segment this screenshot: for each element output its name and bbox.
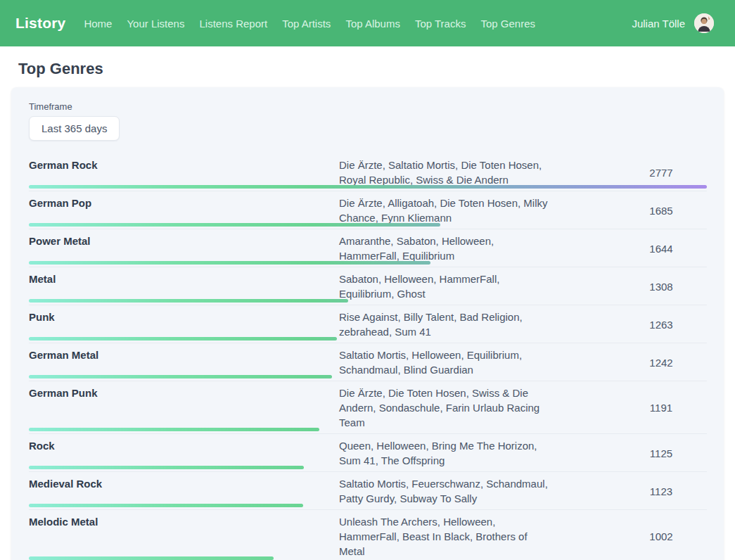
genre-progress-bar	[29, 261, 430, 265]
genre-progress-bar	[29, 223, 440, 227]
genre-artists: Saltatio Mortis, Helloween, Equilibrium,…	[339, 348, 615, 377]
genre-name: Power Metal	[29, 234, 339, 263]
genre-artists: Saltatio Mortis, Feuerschwanz, Schandmau…	[339, 476, 615, 506]
genre-row: MetalSabaton, Helloween, HammerFall, Equ…	[29, 267, 707, 305]
genre-artists: Die Ärzte, Alligatoah, Die Toten Hosen, …	[339, 196, 615, 225]
genre-name: Medieval Rock	[29, 476, 339, 506]
genre-progress-bar	[29, 375, 332, 378]
genre-row: RockQueen, Helloween, Bring Me The Horiz…	[29, 434, 707, 472]
genre-artists: Queen, Helloween, Bring Me The Horizon, …	[339, 438, 615, 468]
genre-count: 1123	[615, 476, 707, 506]
genre-row: German PunkDie Ärzte, Die Toten Hosen, S…	[29, 381, 707, 434]
genre-row: German RockDie Ärzte, Saltatio Mortis, D…	[29, 153, 707, 191]
genre-count: 1125	[615, 438, 707, 468]
timeframe-label: Timeframe	[29, 101, 707, 112]
genre-progress-bar	[29, 556, 274, 560]
genre-artists: Unleash The Archers, Helloween, HammerFa…	[339, 514, 615, 559]
nav-item-listens-report[interactable]: Listens Report	[199, 18, 267, 30]
nav-item-top-artists[interactable]: Top Artists	[282, 18, 331, 30]
nav-item-home[interactable]: Home	[84, 18, 112, 30]
genre-row: Medieval RockSaltatio Mortis, Feuerschwa…	[29, 472, 707, 510]
genre-count: 1685	[615, 196, 707, 225]
genres-table: German RockDie Ärzte, Saltatio Mortis, D…	[29, 153, 707, 560]
genre-artists: Sabaton, Helloween, HammerFall, Equilibr…	[339, 272, 615, 301]
genre-progress-bar	[29, 299, 348, 303]
user-name: Julian Tölle	[632, 18, 685, 30]
genre-row: Power MetalAmaranthe, Sabaton, Helloween…	[29, 229, 707, 267]
genre-count: 2777	[615, 158, 707, 187]
nav-item-top-genres[interactable]: Top Genres	[480, 18, 535, 30]
genre-row: German PopDie Ärzte, Alligatoah, Die Tot…	[29, 191, 707, 229]
genre-count: 1002	[615, 514, 707, 559]
genre-count: 1644	[615, 234, 707, 263]
genre-name: German Rock	[29, 158, 339, 187]
genre-progress-bar	[29, 504, 303, 507]
user-avatar-icon[interactable]	[694, 13, 714, 33]
genre-count: 1191	[615, 386, 707, 430]
genre-name: Punk	[29, 310, 339, 339]
genre-artists: Die Ärzte, Saltatio Mortis, Die Toten Ho…	[339, 158, 615, 187]
app-header: Listory HomeYour ListensListens ReportTo…	[0, 0, 735, 46]
nav-item-top-albums[interactable]: Top Albums	[345, 18, 400, 30]
timeframe-select-button[interactable]: Last 365 days	[29, 116, 120, 141]
page-title: Top Genres	[18, 60, 724, 78]
genre-row: PunkRise Against, Billy Talent, Bad Reli…	[29, 305, 707, 343]
genre-name: Melodic Metal	[29, 514, 339, 559]
genre-progress-bar	[29, 428, 319, 431]
genre-count: 1242	[615, 348, 707, 377]
user-menu[interactable]: Julian Tölle	[632, 13, 714, 33]
page-body: Top Genres Timeframe Last 365 days Germa…	[0, 60, 735, 560]
genre-progress-bar	[29, 466, 304, 469]
genre-name: German Metal	[29, 348, 339, 377]
genre-artists: Rise Against, Billy Talent, Bad Religion…	[339, 310, 615, 339]
genre-name: Metal	[29, 272, 339, 301]
genre-row: German MetalSaltatio Mortis, Helloween, …	[29, 343, 707, 381]
genre-count: 1263	[615, 310, 707, 339]
genre-count: 1308	[615, 272, 707, 301]
genre-progress-bar	[29, 185, 707, 189]
genre-name: German Punk	[29, 386, 339, 430]
nav-item-top-tracks[interactable]: Top Tracks	[415, 18, 466, 30]
genre-artists: Amaranthe, Sabaton, Helloween, HammerFal…	[339, 234, 615, 263]
main-nav: HomeYour ListensListens ReportTop Artist…	[84, 18, 535, 30]
genre-name: Rock	[29, 438, 339, 468]
genre-name: German Pop	[29, 196, 339, 225]
genre-artists: Die Ärzte, Die Toten Hosen, Swiss & Die …	[339, 386, 615, 430]
top-genres-card: Timeframe Last 365 days German RockDie Ä…	[11, 87, 724, 560]
genre-progress-bar	[29, 337, 337, 341]
brand-logo[interactable]: Listory	[15, 15, 65, 32]
genre-row: Melodic MetalUnleash The Archers, Hellow…	[29, 510, 707, 560]
nav-item-your-listens[interactable]: Your Listens	[127, 18, 184, 30]
